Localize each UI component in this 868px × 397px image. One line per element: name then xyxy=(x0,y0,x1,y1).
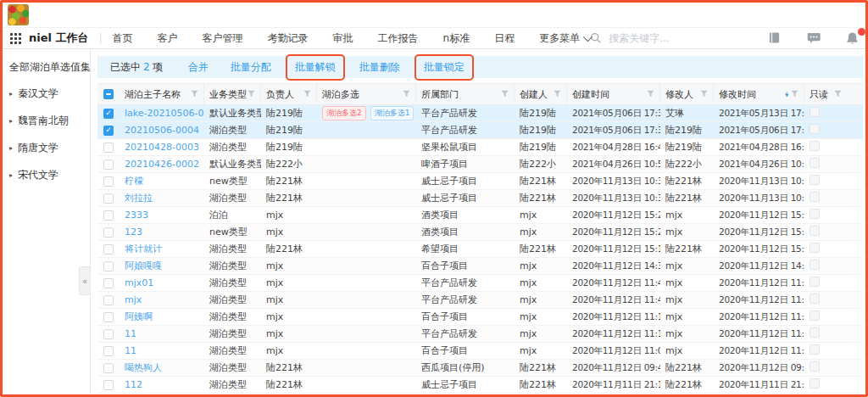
row-checkbox[interactable] xyxy=(103,278,114,288)
column-header-owner[interactable]: 负责人 xyxy=(261,84,317,104)
nav-item-0[interactable]: 首页 xyxy=(113,31,133,46)
nav-more-menu[interactable]: 更多菜单 xyxy=(539,31,590,46)
nav-item-2[interactable]: 客户管理 xyxy=(203,31,243,46)
nav-item-1[interactable]: 客户 xyxy=(158,31,178,46)
row-name-link[interactable]: 喝热狗人 xyxy=(120,361,204,374)
column-header-creator[interactable]: 创建人 xyxy=(515,84,567,104)
table-row[interactable]: 11湖泊类型mjx百合子项目mjx2020年11月12日 11:04mjx202… xyxy=(97,343,863,360)
apps-grid-icon[interactable] xyxy=(10,33,21,44)
row-checkbox[interactable] xyxy=(103,227,114,238)
column-header-modifier[interactable]: 修改人 xyxy=(660,84,714,104)
row-checkbox[interactable] xyxy=(103,329,114,339)
row-name-link[interactable]: mjx01 xyxy=(120,277,204,288)
row-name-link[interactable]: 将计就计 xyxy=(120,243,204,255)
table-row[interactable]: 2333泊泊mjx酒类项目mjx2020年11月12日 15:25mjx2020… xyxy=(97,207,863,224)
nav-item-5[interactable]: 工作报告 xyxy=(378,31,419,46)
cell-readonly xyxy=(804,310,847,323)
select-all-checkbox[interactable] xyxy=(103,89,114,99)
column-header-multi[interactable]: 湖泊多选 xyxy=(317,84,416,104)
sidebar-collapse-handle[interactable]: « xyxy=(79,266,90,295)
sort-icon[interactable]: ▲▼ xyxy=(785,92,788,97)
row-name-link[interactable]: 123 xyxy=(120,226,204,238)
sidebar-tree-item[interactable]: ▸魏晋南北朝 xyxy=(9,114,90,128)
row-name-link[interactable]: 阿娘嘎嘎 xyxy=(120,260,204,272)
row-checkbox[interactable] xyxy=(103,346,114,356)
table-row[interactable]: 刘拉拉湖泊类型陆221林威士忌子项目陆221林2020年11月13日 10:30… xyxy=(97,190,863,207)
toolbar-action-批量解锁[interactable]: 批量解锁 xyxy=(295,61,336,73)
row-name-link[interactable]: 阿姨啊 xyxy=(120,310,204,323)
row-checkbox[interactable]: ✓ xyxy=(103,126,114,136)
row-checkbox[interactable] xyxy=(103,244,114,254)
table-row[interactable]: 112湖泊类型陆221林威士忌子项目陆221林2020年11月11日 21:19… xyxy=(97,377,863,394)
column-header-dept[interactable]: 所属部门 xyxy=(416,84,515,104)
table-row[interactable]: 将计就计湖泊类型陆221林希望项目陆221林2020年11月12日 15:15陆… xyxy=(97,241,863,258)
row-checkbox[interactable] xyxy=(103,176,114,187)
search-box[interactable]: 搜索关键字... xyxy=(590,31,692,46)
toolbar-action-批量删除[interactable]: 批量删除 xyxy=(359,60,400,75)
table-row[interactable]: ✓ 20210506-0004湖泊类型陆219陆平台产品研发陆219陆2021年… xyxy=(97,122,863,139)
column-header-readonly[interactable]: 只读 xyxy=(804,84,847,104)
row-name-link[interactable]: 112 xyxy=(120,379,204,390)
row-checkbox[interactable] xyxy=(103,143,114,153)
row-checkbox[interactable] xyxy=(103,261,114,271)
table-row[interactable]: 20210426-0002默认业务类型陆222小啤酒子项目陆222小2021年0… xyxy=(97,156,863,173)
row-checkbox[interactable] xyxy=(103,295,114,305)
row-checkbox[interactable] xyxy=(103,363,114,373)
sidebar-tree-item[interactable]: ▸隋唐文学 xyxy=(9,141,90,155)
row-name-link[interactable]: 20210426-0002 xyxy=(120,159,204,170)
table-row[interactable]: ✓ lake-20210506-0005默认业务类型陆219陆湖泊多选2湖泊多选… xyxy=(97,105,863,122)
sidebar-tree-label: 宋代文学 xyxy=(18,168,58,182)
filter-icon[interactable] xyxy=(501,89,509,100)
row-checkbox[interactable] xyxy=(103,380,114,390)
row-name-link[interactable]: 11 xyxy=(120,328,204,339)
row-name-link[interactable]: 柠檬 xyxy=(120,175,204,187)
sidebar-tree-item[interactable]: ▸秦汉文学 xyxy=(9,87,90,101)
row-name-link[interactable]: 2333 xyxy=(120,210,204,221)
filter-icon[interactable] xyxy=(303,89,311,100)
filter-icon[interactable] xyxy=(248,89,255,100)
column-header-created[interactable]: 创建时间 xyxy=(567,84,660,104)
table-row[interactable]: 喝热狗人湖泊类型陆221林西瓜项目(停用)陆221林2020年11月12日 09… xyxy=(97,360,863,377)
table-row[interactable]: 11湖泊类型mjx平台产品研发mjx2020年11月12日 11:11mjx20… xyxy=(97,326,863,343)
notifications-bell-icon[interactable] xyxy=(846,31,860,45)
sidebar-tree-item[interactable]: ▸宋代文学 xyxy=(9,168,90,182)
row-checkbox[interactable] xyxy=(103,159,114,170)
table-row[interactable]: 阿娘嘎嘎湖泊类型mjx百合子项目mjx2020年11月12日 14:38mjx2… xyxy=(97,258,863,275)
table-row[interactable]: 柠檬new类型陆221林威士忌子项目陆221林2020年11月13日 10:31… xyxy=(97,173,863,190)
row-checkbox[interactable] xyxy=(103,312,114,322)
row-name-link[interactable]: 刘拉拉 xyxy=(120,192,204,204)
row-checkbox[interactable]: ✓ xyxy=(103,109,114,119)
row-name-link[interactable]: mjx xyxy=(120,294,204,305)
row-checkbox[interactable] xyxy=(103,193,114,204)
row-name-link[interactable]: 11 xyxy=(120,345,204,356)
row-name-link[interactable]: 20210428-0003 xyxy=(120,142,204,153)
filter-icon[interactable] xyxy=(191,89,198,100)
filter-icon[interactable] xyxy=(554,89,561,100)
journal-icon[interactable] xyxy=(768,31,782,45)
row-name-link[interactable]: 20210506-0004 xyxy=(120,125,204,136)
filter-icon[interactable] xyxy=(403,89,410,100)
filter-icon[interactable] xyxy=(791,89,798,100)
toolbar-action-批量锁定[interactable]: 批量锁定 xyxy=(424,61,465,73)
table-row[interactable]: mjx湖泊类型mjx平台产品研发mjx2020年11月12日 11:44mjx2… xyxy=(97,292,863,309)
nav-item-7[interactable]: 日程 xyxy=(494,31,515,46)
nav-item-3[interactable]: 考勤记录 xyxy=(268,31,309,46)
column-header-type[interactable]: 业务类型 xyxy=(204,84,261,104)
nav-item-4[interactable]: 审批 xyxy=(333,31,353,46)
table-row[interactable]: 20210428-0003湖泊类型陆219陆坚果松鼠项目陆219陆2021年04… xyxy=(97,139,863,156)
messages-icon[interactable] xyxy=(807,31,821,45)
filter-icon[interactable] xyxy=(647,89,654,100)
column-header-modified[interactable]: 修改时间▲▼ xyxy=(714,84,804,104)
nav-item-6[interactable]: n标准 xyxy=(443,31,470,46)
toolbar-action-合并[interactable]: 合并 xyxy=(188,60,209,75)
cell-dept: 平台产品研发 xyxy=(416,277,515,289)
row-name-link[interactable]: lake-20210506-0005 xyxy=(120,108,204,119)
column-header-name[interactable]: 湖泊主子名称 xyxy=(120,84,204,104)
filter-icon[interactable] xyxy=(834,89,842,100)
table-row[interactable]: 阿姨啊湖泊类型mjx百合子项目mjx2020年11月12日 11:16mjx20… xyxy=(97,309,863,326)
row-checkbox[interactable] xyxy=(103,210,114,221)
table-row[interactable]: 123new类型mjx酒类项目mjx2020年11月12日 15:25mjx20… xyxy=(97,224,863,241)
filter-icon[interactable] xyxy=(700,89,708,100)
table-row[interactable]: mjx01湖泊类型mjx平台产品研发mjx2020年11月12日 11:46mj… xyxy=(97,275,863,292)
toolbar-action-批量分配[interactable]: 批量分配 xyxy=(231,60,271,75)
